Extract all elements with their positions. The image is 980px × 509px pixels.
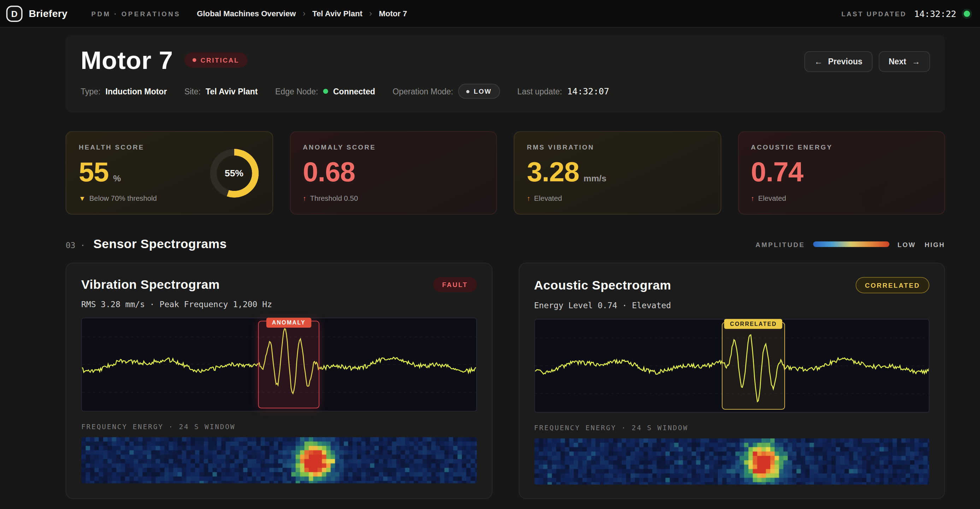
kpi-note: ↑ Elevated xyxy=(527,195,708,202)
breadcrumb-separator: › xyxy=(369,9,372,18)
kpi-note: ↑ Elevated xyxy=(751,195,932,202)
kpi-note-text: Elevated xyxy=(534,195,562,202)
anomaly-score-card: ANOMALY SCORE 0.68 ↑ Threshold 0.50 xyxy=(290,131,497,215)
acoustic-waveform-chart: CORRELATED xyxy=(534,319,929,413)
panel-subtitle: RMS 3.28 mm/s · Peak Frequency 1,200 Hz xyxy=(81,299,477,309)
kpi-row: HEALTH SCORE 55 % ▼ Below 70% threshold … xyxy=(66,131,945,215)
correlated-tag: CORRELATED xyxy=(724,319,782,329)
kpi-value: 3.28 xyxy=(527,158,579,186)
page-title: Motor 7 xyxy=(81,46,173,74)
main-content: Motor 7 CRITICAL ← Previous Next → xyxy=(0,27,980,509)
panel-subtitle: Energy Level 0.74 · Elevated xyxy=(534,301,929,310)
kpi-label: ANOMALY SCORE xyxy=(303,143,484,151)
last-updated-label: LAST UPDATED xyxy=(842,10,907,17)
kpi-unit: % xyxy=(113,173,121,183)
brand-name: Briefery xyxy=(29,8,67,19)
rms-vibration-card: RMS VIBRATION 3.28 mm/s ↑ Elevated xyxy=(514,131,721,215)
connected-dot-icon xyxy=(323,89,328,94)
previous-button[interactable]: ← Previous xyxy=(804,51,873,72)
next-label: Next xyxy=(888,57,906,67)
amplitude-legend: AMPLITUDE LOW HIGH xyxy=(756,240,945,248)
legend-low-label: LOW xyxy=(898,240,916,248)
status-badge-label: CRITICAL xyxy=(200,56,239,64)
section-index: 03 · xyxy=(66,241,85,250)
app-root: D Briefery PDM · OPERATIONS Global Machi… xyxy=(0,0,980,509)
kpi-note-text: Below 70% threshold xyxy=(89,195,157,202)
kpi-note-text: Elevated xyxy=(758,195,786,202)
amplitude-gradient-bar xyxy=(813,241,889,247)
breadcrumb-item-site[interactable]: Tel Aviv Plant xyxy=(312,9,363,18)
machine-meta: Type: Induction Motor Site: Tel Aviv Pla… xyxy=(81,84,930,99)
breadcrumb-current: Motor 7 xyxy=(379,9,407,18)
vibration-waveform-chart: ANOMALY xyxy=(81,318,477,412)
kpi-unit: mm/s xyxy=(584,173,606,183)
trend-up-icon: ↑ xyxy=(303,195,306,202)
connection-status-dot xyxy=(964,10,970,17)
panel-title: Vibration Spectrogram xyxy=(81,278,220,292)
vibration-spectrogram-heatmap xyxy=(81,437,477,483)
topbar: D Briefery PDM · OPERATIONS Global Machi… xyxy=(0,0,980,27)
panel-title: Acoustic Spectrogram xyxy=(534,278,671,292)
vibration-panel: Vibration Spectrogram FAULT RMS 3.28 mm/… xyxy=(66,263,492,499)
mode-value: LOW xyxy=(474,88,492,95)
arrow-right-icon: → xyxy=(912,57,920,67)
mode-dot-icon xyxy=(466,90,469,93)
breadcrumb: Global Machines Overview › Tel Aviv Plan… xyxy=(197,9,407,18)
legend-label: AMPLITUDE xyxy=(756,240,805,248)
kpi-value: 55 xyxy=(79,158,109,186)
acoustic-panel: Acoustic Spectrogram CORRELATED Energy L… xyxy=(518,263,945,499)
machine-header: Motor 7 CRITICAL ← Previous Next → xyxy=(66,35,945,112)
previous-label: Previous xyxy=(828,57,862,67)
acoustic-spectrogram-heatmap xyxy=(534,438,929,485)
status-dot-icon xyxy=(192,58,196,62)
spectrogram-panels: Vibration Spectrogram FAULT RMS 3.28 mm/… xyxy=(66,263,945,499)
last-updated-time: 14:32:22 xyxy=(914,8,956,18)
section-header: 03 · Sensor Spectrograms AMPLITUDE LOW H… xyxy=(66,237,945,252)
health-gauge: 55% xyxy=(210,148,259,197)
legend-high-label: HIGH xyxy=(924,240,945,248)
kpi-label: ACOUSTIC ENERGY xyxy=(751,143,932,151)
kpi-note-text: Threshold 0.50 xyxy=(310,195,358,202)
acoustic-energy-card: ACOUSTIC ENERGY 0.74 ↑ Elevated xyxy=(738,131,945,215)
section-title: Sensor Spectrograms xyxy=(93,237,227,252)
trend-down-icon: ▼ xyxy=(79,195,86,202)
meta-type: Type: Induction Motor xyxy=(81,86,167,96)
fault-badge: FAULT xyxy=(433,277,477,292)
kpi-note: ↑ Threshold 0.50 xyxy=(303,195,484,202)
correlated-region: CORRELATED xyxy=(722,322,784,410)
meta-edge-node: Edge Node: Connected xyxy=(275,86,375,96)
brand-logo-icon: D xyxy=(6,5,22,22)
status-badge: CRITICAL xyxy=(185,53,247,67)
arrow-left-icon: ← xyxy=(814,57,822,67)
breadcrumb-item-overview[interactable]: Global Machines Overview xyxy=(197,9,296,18)
window-label: FREQUENCY ENERGY · 24 S WINDOW xyxy=(534,424,929,432)
anomaly-tag: ANOMALY xyxy=(266,318,311,328)
app-label: PDM · OPERATIONS xyxy=(91,10,181,17)
kpi-label: RMS VIBRATION xyxy=(527,143,708,151)
meta-site: Site: Tel Aviv Plant xyxy=(185,86,258,96)
meta-last-update: Last update: 14:32:07 xyxy=(517,86,609,96)
window-label: FREQUENCY ENERGY · 24 S WINDOW xyxy=(81,423,477,431)
brand-initial: D xyxy=(11,8,18,18)
breadcrumb-separator: › xyxy=(303,9,305,18)
kpi-value: 0.74 xyxy=(751,158,803,186)
health-score-card: HEALTH SCORE 55 % ▼ Below 70% threshold … xyxy=(66,131,273,215)
trend-up-icon: ↑ xyxy=(751,195,755,202)
anomaly-region: ANOMALY xyxy=(258,321,319,408)
operation-mode-pill: LOW xyxy=(458,84,500,99)
trend-up-icon: ↑ xyxy=(527,195,530,202)
kpi-value: 0.68 xyxy=(303,158,355,186)
correlated-badge: CORRELATED xyxy=(856,277,929,294)
meta-operation-mode: Operation Mode: LOW xyxy=(393,84,500,99)
gauge-value: 55% xyxy=(210,148,259,197)
next-button[interactable]: Next → xyxy=(878,51,930,72)
